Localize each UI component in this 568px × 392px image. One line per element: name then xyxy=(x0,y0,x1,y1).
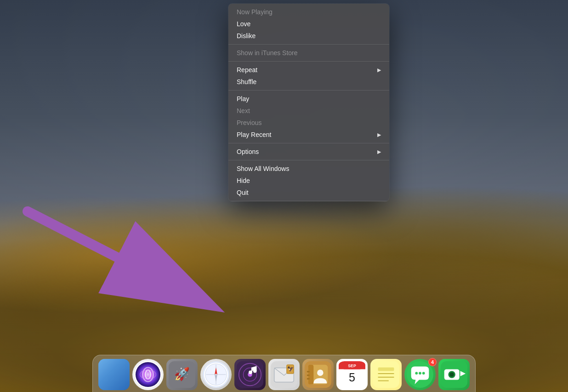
svg-point-19 xyxy=(205,364,227,385)
svg-line-1 xyxy=(28,211,207,303)
svg-point-17 xyxy=(203,361,229,388)
dock-item-siri[interactable] xyxy=(132,359,164,390)
dock-item-contacts[interactable] xyxy=(302,359,334,390)
svg-rect-45 xyxy=(339,365,365,369)
contacts-icon xyxy=(305,361,331,388)
dock: 🚀 xyxy=(92,355,476,392)
svg-rect-36 xyxy=(305,361,331,388)
svg-text:🚀: 🚀 xyxy=(174,366,190,381)
menu-item-play-recent[interactable]: Play Recent ▶ xyxy=(228,129,389,141)
svg-point-11 xyxy=(136,362,160,387)
svg-point-26 xyxy=(244,368,257,381)
menu-item-previous: Previous xyxy=(228,117,389,129)
facetime-icon xyxy=(441,361,467,388)
svg-rect-48 xyxy=(373,361,399,388)
messages-badge: 4 xyxy=(428,358,437,366)
svg-point-25 xyxy=(239,364,261,386)
svg-point-18 xyxy=(204,363,228,386)
launchpad-icon: 🚀 xyxy=(169,361,195,388)
menu-section-now-playing: Now Playing Love Dislike xyxy=(228,4,389,45)
svg-rect-2 xyxy=(101,361,127,388)
svg-rect-39 xyxy=(307,371,310,372)
desktop: Now Playing Love Dislike Show in iTunes … xyxy=(0,0,568,392)
svg-point-54 xyxy=(415,372,418,375)
svg-point-56 xyxy=(422,372,425,375)
dock-item-mail[interactable]: 🦅 xyxy=(268,359,300,390)
svg-rect-41 xyxy=(307,378,310,380)
svg-point-10 xyxy=(135,361,161,388)
menu-item-hide[interactable]: Hide xyxy=(228,175,389,187)
svg-rect-31 xyxy=(256,366,257,371)
menu-item-play[interactable]: Play xyxy=(228,93,389,105)
svg-point-8 xyxy=(115,374,117,375)
dock-item-safari[interactable] xyxy=(200,359,232,390)
dock-item-calendar[interactable]: SEP 5 xyxy=(336,359,368,390)
svg-rect-30 xyxy=(251,368,252,373)
menu-item-love[interactable]: Love xyxy=(228,18,389,30)
menu-item-next: Next xyxy=(228,105,389,117)
svg-rect-58 xyxy=(444,369,460,380)
svg-rect-57 xyxy=(441,361,467,388)
svg-rect-38 xyxy=(308,365,314,385)
safari-icon xyxy=(203,361,229,388)
menu-section-store: Show in iTunes Store xyxy=(228,45,389,62)
svg-rect-37 xyxy=(308,365,328,385)
dock-item-notes[interactable] xyxy=(370,359,402,390)
svg-point-12 xyxy=(142,368,153,382)
svg-point-14 xyxy=(140,370,156,379)
notes-icon xyxy=(373,361,399,388)
svg-rect-52 xyxy=(378,368,394,371)
svg-point-29 xyxy=(253,369,257,373)
svg-rect-40 xyxy=(307,375,310,376)
svg-marker-22 xyxy=(215,368,217,375)
menu-item-dislike[interactable]: Dislike xyxy=(228,30,389,42)
menu-item-show-in-itunes-store: Show in iTunes Store xyxy=(228,47,389,59)
svg-point-5 xyxy=(108,373,110,375)
svg-text:5: 5 xyxy=(349,371,355,384)
svg-point-60 xyxy=(449,372,454,377)
menu-item-now-playing: Now Playing xyxy=(228,6,389,18)
svg-point-6 xyxy=(108,374,110,375)
svg-rect-24 xyxy=(237,361,263,388)
menu-item-options[interactable]: Options ▶ xyxy=(228,146,389,158)
finder-icon xyxy=(101,361,127,388)
repeat-submenu-arrow: ▶ xyxy=(377,67,381,73)
siri-icon xyxy=(135,361,161,388)
svg-point-55 xyxy=(419,372,421,375)
dock-item-launchpad[interactable]: 🚀 xyxy=(166,359,198,390)
menu-item-show-all-windows[interactable]: Show All Windows xyxy=(228,163,389,175)
svg-marker-61 xyxy=(460,371,466,376)
context-menu: Now Playing Love Dislike Show in iTunes … xyxy=(228,4,389,201)
svg-point-53 xyxy=(407,361,433,388)
dock-item-messages[interactable]: 4 xyxy=(404,359,436,390)
svg-marker-23 xyxy=(215,375,217,381)
dock-item-itunes[interactable] xyxy=(234,359,266,390)
menu-section-playback: Play Next Previous Play Recent ▶ xyxy=(228,91,389,143)
svg-rect-15 xyxy=(169,361,195,388)
svg-rect-43 xyxy=(339,361,365,388)
svg-text:SEP: SEP xyxy=(348,364,356,368)
menu-section-repeat-shuffle: Repeat ▶ Shuffle xyxy=(228,62,389,91)
svg-rect-44 xyxy=(339,361,365,369)
svg-point-28 xyxy=(249,370,252,374)
svg-point-4 xyxy=(114,372,121,379)
svg-point-3 xyxy=(108,372,114,379)
svg-rect-32 xyxy=(271,361,297,388)
svg-text:🦅: 🦅 xyxy=(287,366,294,372)
menu-item-shuffle[interactable]: Shuffle xyxy=(228,76,389,88)
menu-item-repeat[interactable]: Repeat ▶ xyxy=(228,64,389,76)
menu-item-quit[interactable]: Quit xyxy=(228,187,389,199)
svg-point-59 xyxy=(448,371,455,378)
play-recent-submenu-arrow: ▶ xyxy=(377,132,381,138)
dock-item-finder[interactable] xyxy=(98,359,130,390)
mail-icon: 🦅 xyxy=(271,361,297,388)
svg-point-13 xyxy=(145,370,151,379)
dock-item-facetime[interactable] xyxy=(438,359,470,390)
svg-rect-33 xyxy=(274,368,294,382)
messages-icon xyxy=(407,361,433,388)
menu-section-window: Show All Windows Hide Quit xyxy=(228,160,389,201)
svg-point-7 xyxy=(115,373,118,375)
svg-rect-34 xyxy=(287,365,294,374)
calendar-icon: SEP 5 xyxy=(339,361,365,388)
arrow-annotation xyxy=(14,198,230,317)
